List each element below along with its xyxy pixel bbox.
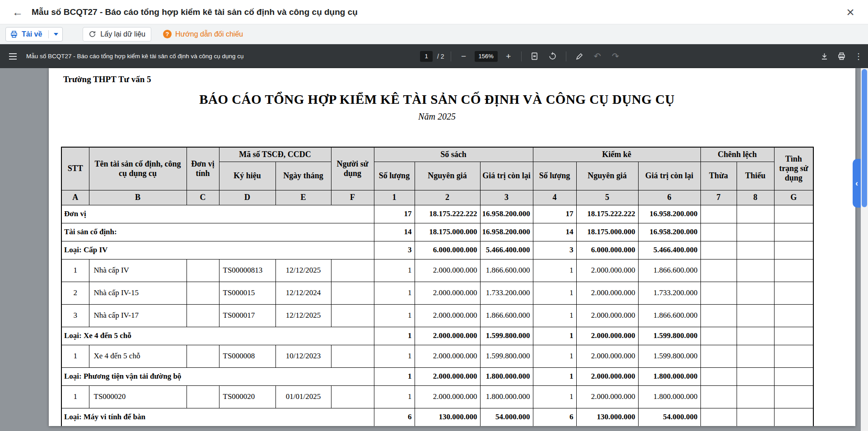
table-cell: 16.958.200.000 [638, 223, 700, 241]
zoom-level[interactable]: 156% [475, 51, 498, 62]
table-cell: Loại: Phương tiện vận tải đường bộ [61, 367, 374, 385]
table-cell: Loại: Xe 4 đến 5 chỗ [61, 327, 374, 345]
refresh-button-label: Lấy lại dữ liệu [100, 30, 145, 38]
table-cell [187, 385, 219, 408]
close-icon[interactable]: × [842, 4, 859, 21]
table-cell: 1 [374, 304, 415, 327]
table-cell: 5.466.400.000 [638, 241, 700, 259]
table-cell: 1.866.600.000 [638, 304, 700, 327]
scrollbar-thumb[interactable] [862, 69, 867, 207]
col-header-inv-qty: Số lượng [533, 162, 576, 190]
panel-collapse-tab[interactable]: ‹ [853, 159, 861, 208]
table-cell: 10/12/2023 [275, 345, 331, 367]
table-cell: 3 [533, 241, 576, 259]
table-cell [700, 385, 737, 408]
column-letter-cell: B [89, 190, 187, 205]
table-cell: 1 [533, 304, 576, 327]
table-cell [774, 385, 813, 408]
table-cell: 3 [374, 241, 415, 259]
table-cell: 6.000.000.000 [415, 241, 480, 259]
table-cell: 6 [533, 408, 576, 426]
table-cell: 1 [533, 327, 576, 345]
summary-row: Loại: Máy vi tính để bàn6130.000.00054.0… [61, 408, 813, 426]
table-cell: 1 [61, 259, 89, 282]
action-toolbar: Tải về Lấy lại dữ liệu ? Hướng dẫn đối c… [0, 24, 868, 44]
column-letter-cell: E [275, 190, 331, 205]
annotate-pen-icon[interactable] [573, 50, 586, 63]
table-cell: 01/01/2025 [275, 385, 331, 408]
table-cell: 12/12/2025 [275, 259, 331, 282]
table-cell [700, 259, 737, 282]
col-header-inv-remaining: Giá trị còn lại [638, 162, 700, 190]
table-cell: 1.599.800.000 [638, 327, 700, 345]
back-icon[interactable]: ← [9, 4, 26, 21]
refresh-data-button[interactable]: Lấy lại dữ liệu [83, 27, 151, 42]
table-cell: 1.733.200.000 [638, 282, 700, 304]
page-number-input[interactable]: 1 [420, 51, 433, 62]
table-cell: 2.000.000.000 [576, 367, 638, 385]
table-cell [187, 304, 219, 327]
table-cell: TS000015 [219, 282, 275, 304]
table-cell: 2 [61, 282, 89, 304]
table-cell [331, 304, 374, 327]
table-cell: 1.800.000.000 [638, 367, 700, 385]
fit-page-icon[interactable] [528, 50, 541, 63]
asset-row: 1Nhà cấp IVTS0000081312/12/202512.000.00… [61, 259, 813, 282]
download-report-button[interactable]: Tải về [5, 27, 63, 42]
chevron-left-icon: ‹ [855, 179, 858, 188]
vertical-scrollbar[interactable] [861, 68, 868, 431]
col-header-user: Người sử dụng [331, 147, 374, 190]
rotate-icon[interactable] [546, 50, 560, 63]
table-cell [774, 345, 813, 367]
print-icon[interactable] [835, 50, 848, 63]
asset-row: 3Nhà cấp IV-17TS00001712/12/202512.000.0… [61, 304, 813, 327]
col-header-surplus: Thừa [700, 162, 737, 190]
table-cell [700, 282, 737, 304]
table-cell: 1.800.000.000 [480, 367, 533, 385]
column-letter-cell: F [331, 190, 374, 205]
table-cell: Nhà cấp IV-15 [89, 282, 187, 304]
table-cell: TS000020 [219, 385, 275, 408]
table-cell: 54.000.000 [638, 408, 700, 426]
table-cell: Loại: Cấp IV [61, 241, 374, 259]
table-cell [187, 345, 219, 367]
column-letter-cell: 5 [576, 190, 638, 205]
col-header-code-group: Mã số TSCĐ, CCDC [219, 147, 331, 162]
table-cell [331, 282, 374, 304]
summary-row: Đơn vị1718.175.222.22216.958.200.0001718… [61, 205, 813, 223]
redo-icon[interactable]: ↷ [609, 50, 622, 63]
more-options-icon[interactable]: ⋮ [852, 50, 865, 63]
download-icon[interactable] [817, 50, 831, 63]
col-header-inv-cost: Nguyên giá [576, 162, 638, 190]
table-cell [737, 304, 774, 327]
table-cell [737, 205, 774, 223]
refresh-icon [89, 30, 96, 38]
table-cell [700, 367, 737, 385]
col-header-code-symbol: Ký hiệu [219, 162, 275, 190]
menu-icon[interactable] [4, 47, 22, 65]
table-cell: 1.599.800.000 [480, 327, 533, 345]
table-cell [774, 223, 813, 241]
table-cell: 1 [374, 259, 415, 282]
table-cell: 1 [374, 345, 415, 367]
table-cell: TS000020 [89, 385, 187, 408]
question-icon: ? [163, 30, 172, 38]
table-cell: 2.000.000.000 [415, 367, 480, 385]
table-cell: 2.000.000.000 [576, 385, 638, 408]
comparison-guide-link[interactable]: ? Hướng dẫn đối chiếu [163, 30, 243, 38]
undo-icon[interactable]: ↶ [591, 50, 604, 63]
summary-row: Loại: Phương tiện vận tải đường bộ12.000… [61, 367, 813, 385]
zoom-in-button[interactable]: + [502, 50, 515, 63]
zoom-out-button[interactable]: − [457, 50, 470, 63]
asset-row: 1Xe 4 đến 5 chỗTS00000810/12/202312.000.… [61, 345, 813, 367]
table-cell [774, 282, 813, 304]
table-cell: 2.000.000.000 [576, 304, 638, 327]
table-cell [700, 205, 737, 223]
column-letter-cell: 4 [533, 190, 576, 205]
organization-name: Trường THPT Tư vấn 5 [63, 74, 855, 85]
chevron-down-icon[interactable] [54, 33, 58, 36]
table-cell: 1.800.000.000 [638, 385, 700, 408]
col-header-book-qty: Số lượng [374, 162, 415, 190]
table-cell: 16.958.200.000 [638, 205, 700, 223]
table-cell: 1 [374, 385, 415, 408]
